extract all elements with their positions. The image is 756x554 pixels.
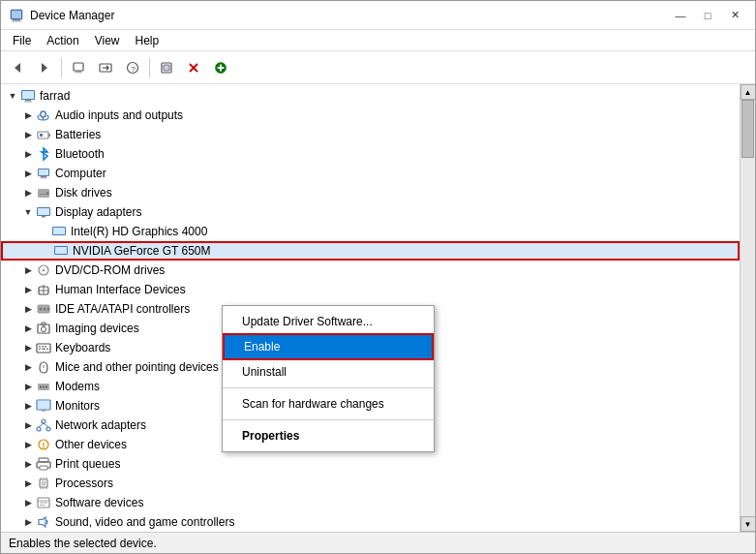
hid-label: Human Interface Devices — [55, 283, 186, 296]
context-menu: Update Driver Software... Enable Uninsta… — [222, 305, 435, 452]
ctx-uninstall[interactable]: Uninstall — [223, 360, 434, 384]
other-icon: ! — [36, 437, 51, 452]
svg-line-76 — [44, 423, 48, 427]
tree-panel[interactable]: ▼ farrad ▶ — [1, 84, 740, 532]
svg-rect-38 — [38, 208, 49, 215]
mice-expand-icon: ▶ — [20, 359, 36, 375]
tree-item-nvidia[interactable]: ▶ NVIDIA GeForce GT 650M — [1, 241, 740, 261]
svg-marker-5 — [42, 63, 47, 73]
svg-point-66 — [40, 386, 42, 388]
tree-item-software[interactable]: ▶ Software devices — [1, 493, 740, 512]
tree-item-hid[interactable]: ▶ Human Interface Devices — [1, 280, 740, 299]
remove-device-toolbar-button[interactable] — [181, 55, 206, 80]
content-area: ▼ farrad ▶ — [1, 84, 755, 532]
ctx-update-driver[interactable]: Update Driver Software... — [223, 310, 434, 333]
tree-item-processors[interactable]: ▶ Processors — [1, 474, 740, 493]
ctx-properties[interactable]: Properties — [223, 424, 434, 447]
print-icon — [36, 456, 51, 472]
dvd-expand-icon: ▶ — [20, 262, 36, 278]
monitors-expand-icon: ▶ — [20, 398, 36, 414]
scan-hardware-toolbar-button[interactable] — [154, 55, 179, 80]
svg-rect-2 — [12, 20, 21, 21]
tree-item-print[interactable]: ▶ Print queues — [1, 454, 740, 474]
tree-item-computer[interactable]: ▶ Computer — [1, 164, 740, 183]
tree-item-displayadapters[interactable]: ▼ Display adapters — [1, 202, 740, 222]
menu-view[interactable]: View — [87, 32, 128, 49]
audio-expand-icon: ▶ — [20, 108, 36, 123]
keyboards-expand-icon: ▶ — [20, 340, 36, 355]
software-icon — [36, 495, 51, 510]
svg-rect-31 — [39, 169, 48, 175]
root-icon — [20, 88, 36, 104]
tree-item-intel[interactable]: ▶ Intel(R) HD Graphics 4000 — [1, 222, 740, 241]
back-button[interactable] — [5, 55, 30, 80]
forward-button[interactable] — [32, 55, 57, 80]
tree-root[interactable]: ▼ farrad — [1, 86, 740, 106]
scroll-track[interactable] — [741, 100, 755, 516]
mice-label: Mice and other pointing devices — [55, 360, 219, 374]
batteries-expand-icon: ▶ — [20, 127, 36, 142]
menu-action[interactable]: Action — [39, 32, 86, 49]
tree-item-batteries[interactable]: ▶ Batteries — [1, 125, 740, 144]
monitors-label: Monitors — [55, 399, 100, 413]
tree-item-sound[interactable]: ▶ Sound, video and game controllers — [1, 512, 740, 532]
svg-rect-33 — [40, 178, 47, 179]
ctx-scan[interactable]: Scan for hardware changes — [223, 392, 434, 416]
svg-rect-93 — [40, 505, 45, 506]
ctx-enable[interactable]: Enable — [223, 333, 434, 360]
menu-file[interactable]: File — [5, 32, 39, 49]
svg-marker-11 — [106, 65, 109, 71]
svg-rect-15 — [164, 65, 169, 71]
vertical-scrollbar[interactable]: ▲ ▼ — [740, 84, 755, 532]
svg-rect-71 — [42, 410, 45, 412]
svg-rect-92 — [40, 503, 47, 504]
help-toolbar-button[interactable]: ? — [120, 55, 145, 80]
maximize-button[interactable]: □ — [695, 5, 720, 26]
toolbar-sep-1 — [61, 58, 62, 77]
svg-rect-32 — [41, 176, 46, 178]
tree-item-diskdrives[interactable]: ▶ Disk drives — [1, 183, 740, 202]
svg-text:?: ? — [132, 64, 136, 73]
svg-rect-58 — [39, 346, 41, 348]
tree-item-bluetooth[interactable]: ▶ Bluetooth — [1, 144, 740, 164]
device-manager-window: Device Manager — □ ✕ File Action View He… — [0, 0, 756, 554]
svg-rect-62 — [42, 349, 45, 351]
svg-rect-59 — [42, 346, 44, 348]
close-button[interactable]: ✕ — [722, 5, 747, 26]
toolbar: ? — [1, 51, 755, 84]
svg-point-35 — [46, 192, 49, 195]
ctx-sep-1 — [223, 387, 434, 388]
diskdrives-label: Disk drives — [55, 186, 112, 200]
minimize-button[interactable]: — — [668, 5, 693, 26]
properties-toolbar-button[interactable] — [66, 55, 91, 80]
imaging-label: Imaging devices — [55, 322, 139, 335]
menu-bar: File Action View Help — [1, 30, 755, 51]
tree-item-audio[interactable]: ▶ Audio inputs and outputs — [1, 106, 740, 125]
svg-rect-41 — [53, 228, 65, 234]
intel-label: Intel(R) HD Graphics 4000 — [71, 225, 207, 238]
update-driver-toolbar-button[interactable] — [93, 55, 118, 80]
toolbar-sep-2 — [149, 58, 150, 77]
modems-icon — [36, 379, 51, 394]
scroll-thumb[interactable] — [741, 100, 754, 158]
svg-rect-61 — [39, 349, 41, 351]
svg-rect-83 — [42, 481, 46, 486]
scroll-down-button[interactable]: ▼ — [741, 516, 756, 532]
tree-item-dvd[interactable]: ▶ DVD/CD-ROM drives — [1, 261, 740, 280]
root-label: farrad — [40, 89, 70, 103]
scroll-up-button[interactable]: ▲ — [741, 84, 756, 100]
svg-rect-1 — [13, 19, 20, 21]
hid-expand-icon: ▶ — [20, 282, 36, 297]
root-expand-icon: ▼ — [5, 88, 20, 104]
menu-help[interactable]: Help — [128, 32, 167, 49]
nvidia-icon — [53, 243, 69, 259]
add-device-toolbar-button[interactable] — [208, 55, 233, 80]
svg-marker-4 — [15, 63, 20, 73]
processors-icon — [36, 476, 51, 491]
displayadapters-expand-icon: ▼ — [20, 204, 36, 220]
computer-icon — [36, 166, 51, 181]
print-expand-icon: ▶ — [20, 456, 36, 472]
intel-icon — [51, 224, 67, 239]
svg-rect-22 — [22, 91, 34, 99]
modems-expand-icon: ▶ — [20, 379, 36, 394]
